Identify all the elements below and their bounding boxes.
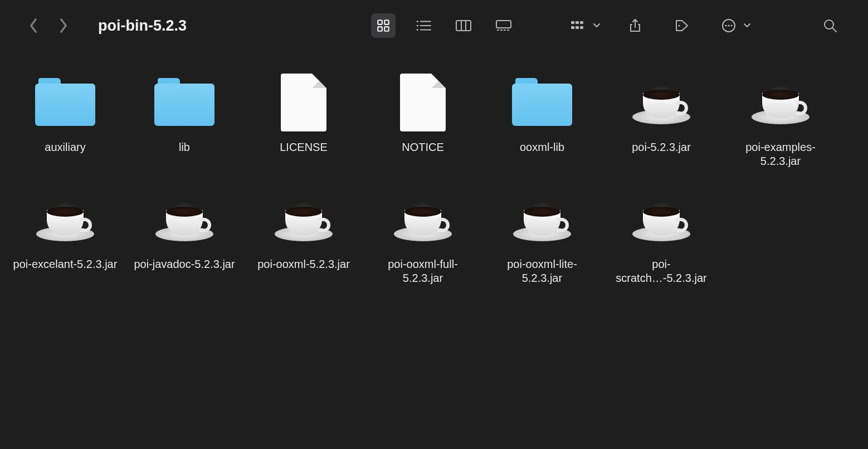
nav-group [27, 19, 70, 32]
group-by-button[interactable] [566, 13, 601, 38]
svg-rect-15 [500, 30, 503, 31]
svg-point-4 [417, 21, 418, 22]
list-view-button[interactable] [411, 13, 436, 38]
svg-line-31 [832, 28, 836, 32]
file-label: LICENSE [280, 140, 328, 154]
file-icon-box [509, 71, 576, 134]
file-label: poi-excelant-5.2.3.jar [13, 257, 118, 271]
document-icon [400, 74, 446, 131]
jar-icon [631, 77, 692, 128]
svg-rect-14 [497, 30, 499, 31]
file-item[interactable]: poi-ooxml-5.2.3.jar [244, 179, 363, 296]
file-grid-area: auxiliarylibLICENSENOTICEooxml-libpoi-5.… [0, 51, 868, 302]
svg-point-27 [725, 25, 726, 26]
file-item[interactable]: poi-examples-5.2.3.jar [721, 62, 840, 179]
file-label: poi-examples-5.2.3.jar [728, 140, 833, 168]
file-icon-box [270, 188, 337, 251]
svg-rect-17 [507, 30, 509, 31]
file-icon-box [389, 71, 456, 134]
file-icon-box [628, 71, 695, 134]
file-item[interactable]: poi-ooxml-lite-5.2.3.jar [482, 179, 602, 296]
svg-rect-18 [571, 21, 574, 24]
svg-rect-19 [576, 21, 579, 24]
file-item[interactable]: poi-javadoc-5.2.3.jar [125, 179, 244, 296]
svg-point-6 [417, 25, 418, 26]
document-icon [281, 74, 326, 131]
jar-icon [392, 194, 453, 245]
file-label: ooxml-lib [520, 140, 564, 154]
file-label: poi-5.2.3.jar [632, 140, 691, 154]
toolbar: poi-bin-5.2.3 [0, 0, 868, 51]
back-button[interactable] [27, 19, 40, 32]
file-label: poi-ooxml-full-5.2.3.jar [370, 257, 476, 285]
action-group [566, 13, 751, 38]
column-view-button[interactable] [451, 13, 476, 38]
tags-button[interactable] [670, 13, 694, 38]
search-button[interactable] [818, 13, 842, 38]
file-item[interactable]: poi-5.2.3.jar [602, 62, 721, 179]
more-actions-button[interactable] [716, 13, 751, 38]
file-item[interactable]: LICENSE [244, 62, 363, 179]
svg-rect-0 [378, 20, 382, 25]
svg-rect-16 [504, 30, 506, 31]
jar-icon [631, 194, 692, 245]
svg-rect-3 [384, 27, 389, 31]
file-label: NOTICE [402, 140, 444, 154]
file-label: auxiliary [45, 140, 85, 154]
jar-icon [273, 194, 334, 245]
svg-rect-13 [496, 21, 511, 28]
file-label: lib [179, 140, 190, 154]
jar-icon [750, 77, 811, 128]
file-icon-box [32, 71, 99, 134]
share-button[interactable] [623, 13, 647, 38]
file-icon-box [747, 71, 814, 134]
chevron-down-icon [743, 21, 751, 31]
svg-rect-20 [580, 21, 583, 24]
file-item[interactable]: poi-ooxml-full-5.2.3.jar [363, 179, 482, 296]
folder-icon [35, 78, 95, 127]
file-item[interactable]: NOTICE [363, 62, 482, 179]
file-icon-box [151, 71, 218, 134]
svg-rect-23 [580, 26, 583, 29]
file-label: poi-ooxml-lite-5.2.3.jar [489, 257, 595, 285]
file-grid: auxiliarylibLICENSENOTICEooxml-libpoi-5.… [6, 62, 862, 296]
svg-point-8 [417, 29, 418, 31]
svg-rect-2 [378, 27, 382, 31]
svg-rect-21 [571, 26, 574, 29]
file-item[interactable]: lib [125, 62, 244, 179]
file-icon-box [151, 188, 218, 251]
window-title: poi-bin-5.2.3 [98, 17, 187, 35]
view-mode-group [371, 13, 516, 38]
file-item[interactable]: poi-excelant-5.2.3.jar [6, 179, 125, 296]
svg-rect-22 [576, 26, 579, 29]
file-icon-box [509, 188, 576, 251]
file-item[interactable]: poi-scratch…-5.2.3.jar [602, 179, 721, 296]
file-icon-box [270, 71, 337, 134]
file-item[interactable]: auxiliary [6, 62, 125, 179]
chevron-down-icon [593, 21, 601, 31]
folder-icon [512, 78, 572, 127]
file-icon-box [628, 188, 695, 251]
icon-view-button[interactable] [371, 13, 396, 38]
jar-icon [511, 194, 573, 245]
file-label: poi-scratch…-5.2.3.jar [608, 257, 714, 285]
file-icon-box [32, 188, 99, 251]
jar-icon [154, 194, 215, 245]
forward-button[interactable] [57, 19, 70, 32]
file-item[interactable]: ooxml-lib [482, 62, 602, 179]
file-label: poi-javadoc-5.2.3.jar [134, 257, 235, 271]
svg-point-29 [730, 25, 732, 26]
svg-point-28 [728, 25, 729, 26]
file-icon-box [389, 188, 456, 251]
file-label: poi-ooxml-5.2.3.jar [257, 257, 350, 271]
folder-icon [154, 78, 214, 127]
gallery-view-button[interactable] [491, 13, 516, 38]
svg-rect-1 [384, 20, 389, 25]
svg-rect-10 [456, 21, 471, 31]
svg-point-25 [678, 25, 680, 26]
jar-icon [35, 194, 96, 245]
